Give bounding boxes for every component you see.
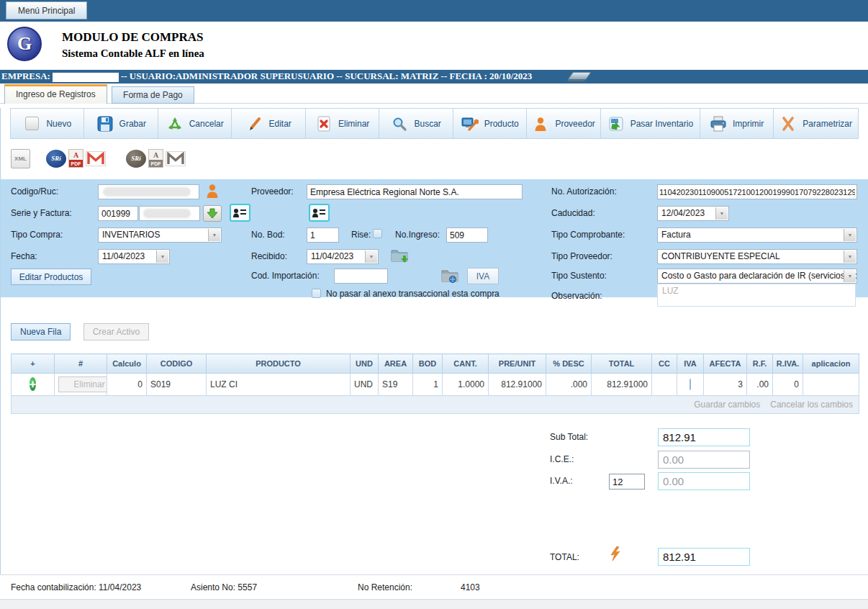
table-row: + Eliminar 0 S019 LUZ CI UND S19 1 1.000… <box>12 374 859 396</box>
cancelar-cambios-link[interactable]: Cancelar los cambios <box>770 400 853 410</box>
download-arrow-button[interactable] <box>203 205 222 222</box>
nuevo-button[interactable]: Nuevo <box>11 109 84 138</box>
tab-ingreso-de-registros[interactable]: Ingreso de Registros <box>4 84 107 104</box>
caducidad-label: Caducidad: <box>551 208 595 218</box>
idcard-icon-2[interactable] <box>309 204 330 222</box>
cell-cc <box>652 374 677 396</box>
col-iva: IVA <box>677 354 704 374</box>
producto-button[interactable]: Producto <box>453 109 527 138</box>
sri-disabled-icon: SRi <box>126 150 146 168</box>
sri-icon[interactable]: SRi <box>46 150 66 168</box>
pdf-icon[interactable]: APDF <box>68 149 83 168</box>
tipo-comprobante-label: Tipo Comprobante: <box>551 230 625 240</box>
editar-label: Editar <box>269 119 291 129</box>
editar-button[interactable]: Editar <box>232 109 305 138</box>
fecha-date-picker[interactable]: 11/04/2023▼ <box>98 249 170 264</box>
main-content: Nuevo Grabar Cancelar Editar Eliminar <box>0 108 868 609</box>
caducidad-value: 12/04/2023 <box>661 208 705 218</box>
provider-person-icon <box>532 115 549 132</box>
lightning-icon[interactable] <box>610 546 621 561</box>
col-calculo: Calculo <box>107 354 147 374</box>
imprimir-button[interactable]: Imprimir <box>700 109 774 138</box>
rise-checkbox[interactable] <box>373 229 382 238</box>
tab-strip: Ingreso de Registros Forma de Pago <box>0 84 868 104</box>
parametrizar-button[interactable]: Parametrizar <box>774 109 858 138</box>
col-codigo: CODIGO <box>147 354 207 374</box>
add-row-icon[interactable]: + <box>30 377 37 391</box>
chevron-down-icon[interactable]: ▼ <box>715 207 728 220</box>
cell-pre-unit: 812.91000 <box>489 374 546 396</box>
chevron-down-icon[interactable]: ▼ <box>365 251 377 263</box>
col-cant: CANT. <box>443 354 489 374</box>
gmail-disabled-icon <box>166 151 186 166</box>
rise-label: Rise: <box>351 230 371 240</box>
col-producto: PRODUCTO <box>207 354 351 374</box>
pdf-mark: A <box>73 151 78 159</box>
tipo-sustento-select[interactable]: Costo o Gasto para declaración de IR (se… <box>657 269 857 284</box>
pencil-icon <box>246 115 263 132</box>
buscar-button[interactable]: Buscar <box>379 109 453 138</box>
buscar-label: Buscar <box>414 119 440 129</box>
no-bod-input[interactable] <box>307 227 339 243</box>
anexo-checkbox[interactable] <box>312 289 321 298</box>
no-retencion-value: 4103 <box>461 575 480 600</box>
no-ingreso-input[interactable] <box>446 227 488 243</box>
col-riva: R.IVA. <box>773 354 803 374</box>
folder-globe-icon[interactable] <box>441 268 460 284</box>
cell-riva: 0 <box>773 374 803 396</box>
chevron-down-icon[interactable]: ▼ <box>208 229 220 241</box>
tipo-proveedor-select[interactable]: CONTRIBUYENTE ESPECIAL▼ <box>657 249 857 264</box>
tab-forma-de-pago[interactable]: Forma de Pago <box>112 86 194 104</box>
eliminar-label: Eliminar <box>338 119 369 129</box>
no-bod-label: No. Bod: <box>251 230 285 240</box>
cell-rf: .00 <box>747 374 773 396</box>
row-iva-checkbox[interactable] <box>690 379 691 390</box>
xml-export-icon[interactable]: XML <box>11 149 30 168</box>
iva-button[interactable]: IVA <box>467 268 499 284</box>
editar-productos-button[interactable]: Editar Productos <box>11 269 91 285</box>
total-label: TOTAL: <box>550 552 579 562</box>
chevron-down-icon[interactable]: ▼ <box>844 251 856 263</box>
tipo-compra-select[interactable]: INVENTARIOS▼ <box>98 227 222 243</box>
chevron-down-icon[interactable]: ▼ <box>156 251 168 263</box>
nueva-fila-button[interactable]: Nueva Fila <box>11 323 71 340</box>
eraser-icon[interactable] <box>567 72 592 80</box>
grid-footer-bar: Guardar cambios Cancelar los cambios <box>11 396 859 414</box>
cell-area: S19 <box>379 374 413 396</box>
cell-codigo: S019 <box>147 374 207 396</box>
proveedor-button[interactable]: Proveedor <box>527 109 600 138</box>
parametrizar-label: Parametrizar <box>803 119 852 129</box>
tipo-comprobante-select[interactable]: Factura▼ <box>657 227 857 243</box>
folder-receive-icon[interactable] <box>391 248 410 263</box>
grabar-button[interactable]: Grabar <box>84 109 158 138</box>
sub-total-input[interactable] <box>658 428 750 446</box>
observacion-textarea[interactable]: LUZ <box>657 284 856 307</box>
iva-rate-input[interactable] <box>609 474 645 490</box>
tipo-proveedor-value: CONTRIBUYENTE ESPECIAL <box>661 251 780 261</box>
chevron-down-icon[interactable]: ▼ <box>844 229 856 241</box>
recibido-date-picker[interactable]: 11/04/2023▼ <box>307 249 379 264</box>
menu-principal-button[interactable]: Menú Principal <box>6 1 87 19</box>
guardar-cambios-link[interactable]: Guardar cambios <box>694 400 760 410</box>
pdf-disabled-mark: A <box>153 151 158 159</box>
serie-input[interactable] <box>98 206 138 221</box>
empresa-label: EMPRESA: <box>1 71 50 81</box>
caducidad-date-picker[interactable]: 12/04/2023▼ <box>657 206 729 221</box>
cell-afecta: 3 <box>704 374 747 396</box>
total-input[interactable] <box>658 548 750 566</box>
totals-section: Sub Total: I.C.E.: I.V.A.: TOTAL: Fecha … <box>1 414 868 609</box>
purchase-form-panel: Codigo/Ruc: Serie y Factura: Tipo Compra… <box>1 179 868 297</box>
chevron-down-icon[interactable]: ▼ <box>844 270 856 282</box>
cancelar-button[interactable]: Cancelar <box>158 109 232 138</box>
recycle-icon <box>166 115 184 132</box>
gmail-icon[interactable] <box>86 151 106 166</box>
idcard-icon-1[interactable] <box>230 204 250 222</box>
eliminar-button[interactable]: Eliminar <box>306 109 379 138</box>
cod-importacion-input[interactable] <box>334 269 388 284</box>
proveedor-input[interactable] <box>307 184 523 199</box>
app-header: G MODULO DE COMPRAS Sistema Contable ALF… <box>0 22 868 70</box>
codigo-ruc-label: Codigo/Ruc: <box>11 186 58 197</box>
no-autorizacion-input[interactable] <box>657 184 857 199</box>
client-person-icon[interactable] <box>204 183 220 199</box>
pasar-inventario-button[interactable]: Pasar Inventario <box>601 109 700 138</box>
